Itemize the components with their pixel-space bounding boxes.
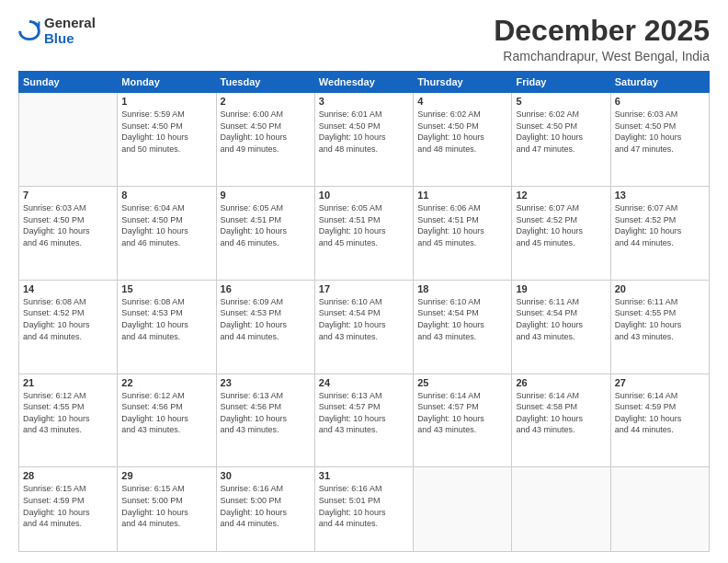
day-info: Sunrise: 6:07 AMSunset: 4:52 PMDaylight:… xyxy=(615,202,705,248)
col-monday: Monday xyxy=(118,72,216,93)
day-info: Sunrise: 6:13 AMSunset: 4:57 PMDaylight:… xyxy=(319,390,409,436)
table-row: 26Sunrise: 6:14 AMSunset: 4:58 PMDayligh… xyxy=(512,373,610,467)
table-row: 15Sunrise: 6:08 AMSunset: 4:53 PMDayligh… xyxy=(118,280,216,373)
table-row: 23Sunrise: 6:13 AMSunset: 4:56 PMDayligh… xyxy=(216,373,314,467)
table-row: 9Sunrise: 6:05 AMSunset: 4:51 PMDaylight… xyxy=(216,186,314,280)
table-row: 11Sunrise: 6:06 AMSunset: 4:51 PMDayligh… xyxy=(414,186,512,280)
day-number: 28 xyxy=(23,470,113,481)
day-info: Sunrise: 6:14 AMSunset: 4:59 PMDaylight:… xyxy=(615,390,705,436)
day-info: Sunrise: 6:12 AMSunset: 4:55 PMDaylight:… xyxy=(23,390,113,436)
day-info: Sunrise: 6:01 AMSunset: 4:50 PMDaylight:… xyxy=(319,109,409,155)
logo-icon xyxy=(18,19,40,41)
col-thursday: Thursday xyxy=(414,72,512,93)
table-row: 18Sunrise: 6:10 AMSunset: 4:54 PMDayligh… xyxy=(414,280,512,373)
calendar-table: Sunday Monday Tuesday Wednesday Thursday… xyxy=(18,71,710,552)
day-info: Sunrise: 6:08 AMSunset: 4:52 PMDaylight:… xyxy=(23,296,113,342)
day-info: Sunrise: 6:00 AMSunset: 4:50 PMDaylight:… xyxy=(221,109,311,155)
day-number: 26 xyxy=(516,377,606,388)
day-info: Sunrise: 6:11 AMSunset: 4:55 PMDaylight:… xyxy=(615,296,705,342)
logo: General Blue xyxy=(18,15,96,47)
table-row: 1Sunrise: 5:59 AMSunset: 4:50 PMDaylight… xyxy=(118,93,216,187)
table-row xyxy=(19,93,118,187)
table-row: 17Sunrise: 6:10 AMSunset: 4:54 PMDayligh… xyxy=(314,280,413,373)
table-row: 30Sunrise: 6:16 AMSunset: 5:00 PMDayligh… xyxy=(216,467,314,552)
col-tuesday: Tuesday xyxy=(216,72,314,93)
day-number: 20 xyxy=(615,283,705,294)
day-info: Sunrise: 6:15 AMSunset: 4:59 PMDaylight:… xyxy=(23,483,113,529)
day-number: 29 xyxy=(121,470,211,481)
day-number: 1 xyxy=(121,96,211,107)
day-info: Sunrise: 6:08 AMSunset: 4:53 PMDaylight:… xyxy=(121,296,211,342)
day-number: 23 xyxy=(221,377,311,388)
day-info: Sunrise: 6:03 AMSunset: 4:50 PMDaylight:… xyxy=(615,109,705,155)
day-number: 14 xyxy=(23,283,113,294)
day-info: Sunrise: 6:06 AMSunset: 4:51 PMDaylight:… xyxy=(417,202,507,248)
table-row xyxy=(610,467,709,552)
calendar-week-row: 14Sunrise: 6:08 AMSunset: 4:52 PMDayligh… xyxy=(19,280,710,373)
table-row: 20Sunrise: 6:11 AMSunset: 4:55 PMDayligh… xyxy=(610,280,709,373)
title-section: December 2025 Ramchandrapur, West Bengal… xyxy=(494,15,710,63)
table-row: 10Sunrise: 6:05 AMSunset: 4:51 PMDayligh… xyxy=(314,186,413,280)
table-row: 6Sunrise: 6:03 AMSunset: 4:50 PMDaylight… xyxy=(610,93,709,187)
day-info: Sunrise: 6:12 AMSunset: 4:56 PMDaylight:… xyxy=(121,390,211,436)
day-number: 24 xyxy=(319,377,409,388)
day-number: 6 xyxy=(615,96,705,107)
table-row: 2Sunrise: 6:00 AMSunset: 4:50 PMDaylight… xyxy=(216,93,314,187)
day-info: Sunrise: 6:02 AMSunset: 4:50 PMDaylight:… xyxy=(417,109,507,155)
month-title: December 2025 xyxy=(494,15,710,47)
day-info: Sunrise: 6:10 AMSunset: 4:54 PMDaylight:… xyxy=(319,296,409,342)
col-saturday: Saturday xyxy=(610,72,709,93)
day-info: Sunrise: 6:15 AMSunset: 5:00 PMDaylight:… xyxy=(121,483,211,529)
day-info: Sunrise: 6:16 AMSunset: 5:00 PMDaylight:… xyxy=(221,483,311,529)
day-info: Sunrise: 6:11 AMSunset: 4:54 PMDaylight:… xyxy=(516,296,606,342)
day-number: 3 xyxy=(319,96,409,107)
table-row xyxy=(414,467,512,552)
day-info: Sunrise: 6:16 AMSunset: 5:01 PMDaylight:… xyxy=(319,483,409,529)
calendar-week-row: 21Sunrise: 6:12 AMSunset: 4:55 PMDayligh… xyxy=(19,373,710,467)
col-friday: Friday xyxy=(512,72,610,93)
day-number: 13 xyxy=(615,190,705,201)
table-row: 29Sunrise: 6:15 AMSunset: 5:00 PMDayligh… xyxy=(118,467,216,552)
table-row: 5Sunrise: 6:02 AMSunset: 4:50 PMDaylight… xyxy=(512,93,610,187)
table-row: 3Sunrise: 6:01 AMSunset: 4:50 PMDaylight… xyxy=(314,93,413,187)
day-info: Sunrise: 5:59 AMSunset: 4:50 PMDaylight:… xyxy=(121,109,211,155)
table-row xyxy=(512,467,610,552)
day-number: 25 xyxy=(417,377,507,388)
calendar-week-row: 28Sunrise: 6:15 AMSunset: 4:59 PMDayligh… xyxy=(19,467,710,552)
day-info: Sunrise: 6:07 AMSunset: 4:52 PMDaylight:… xyxy=(516,202,606,248)
location: Ramchandrapur, West Bengal, India xyxy=(494,49,710,63)
table-row: 25Sunrise: 6:14 AMSunset: 4:57 PMDayligh… xyxy=(414,373,512,467)
table-row: 4Sunrise: 6:02 AMSunset: 4:50 PMDaylight… xyxy=(414,93,512,187)
day-info: Sunrise: 6:04 AMSunset: 4:50 PMDaylight:… xyxy=(121,202,211,248)
day-number: 22 xyxy=(121,377,211,388)
day-number: 8 xyxy=(121,190,211,201)
table-row: 19Sunrise: 6:11 AMSunset: 4:54 PMDayligh… xyxy=(512,280,610,373)
table-row: 12Sunrise: 6:07 AMSunset: 4:52 PMDayligh… xyxy=(512,186,610,280)
day-number: 17 xyxy=(319,283,409,294)
day-number: 30 xyxy=(221,470,311,481)
calendar-week-row: 1Sunrise: 5:59 AMSunset: 4:50 PMDaylight… xyxy=(19,93,710,187)
table-row: 28Sunrise: 6:15 AMSunset: 4:59 PMDayligh… xyxy=(19,467,118,552)
day-number: 9 xyxy=(221,190,311,201)
day-info: Sunrise: 6:14 AMSunset: 4:58 PMDaylight:… xyxy=(516,390,606,436)
day-info: Sunrise: 6:02 AMSunset: 4:50 PMDaylight:… xyxy=(516,109,606,155)
day-info: Sunrise: 6:03 AMSunset: 4:50 PMDaylight:… xyxy=(23,202,113,248)
page: General Blue December 2025 Ramchandrapur… xyxy=(0,0,728,563)
table-row: 16Sunrise: 6:09 AMSunset: 4:53 PMDayligh… xyxy=(216,280,314,373)
day-number: 27 xyxy=(615,377,705,388)
table-row: 24Sunrise: 6:13 AMSunset: 4:57 PMDayligh… xyxy=(314,373,413,467)
day-number: 19 xyxy=(516,283,606,294)
day-info: Sunrise: 6:10 AMSunset: 4:54 PMDaylight:… xyxy=(417,296,507,342)
table-row: 27Sunrise: 6:14 AMSunset: 4:59 PMDayligh… xyxy=(610,373,709,467)
day-number: 11 xyxy=(417,190,507,201)
table-row: 7Sunrise: 6:03 AMSunset: 4:50 PMDaylight… xyxy=(19,186,118,280)
day-number: 4 xyxy=(417,96,507,107)
logo-text: General Blue xyxy=(44,15,96,47)
table-row: 21Sunrise: 6:12 AMSunset: 4:55 PMDayligh… xyxy=(19,373,118,467)
table-row: 22Sunrise: 6:12 AMSunset: 4:56 PMDayligh… xyxy=(118,373,216,467)
logo-blue: Blue xyxy=(44,30,74,46)
day-info: Sunrise: 6:05 AMSunset: 4:51 PMDaylight:… xyxy=(319,202,409,248)
day-info: Sunrise: 6:09 AMSunset: 4:53 PMDaylight:… xyxy=(221,296,311,342)
day-number: 15 xyxy=(121,283,211,294)
day-number: 21 xyxy=(23,377,113,388)
